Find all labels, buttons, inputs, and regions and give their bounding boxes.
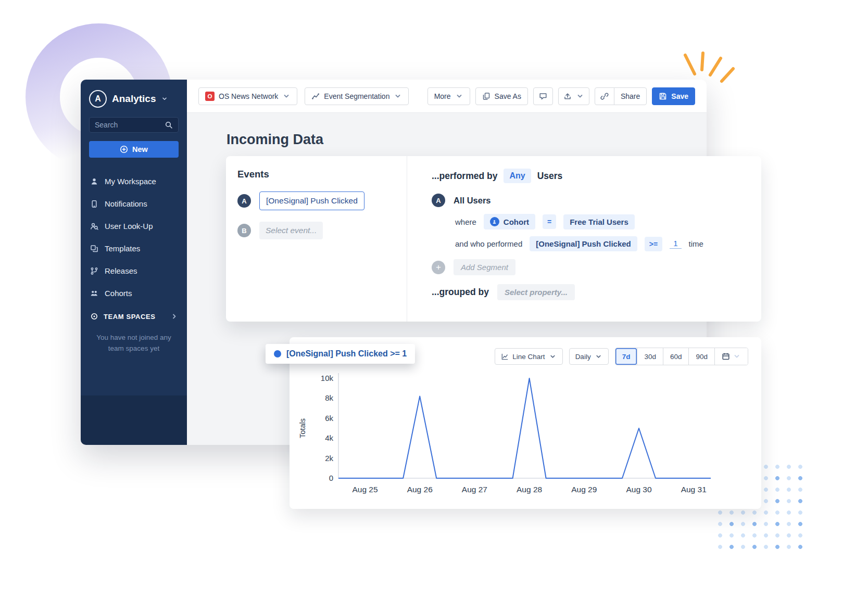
cohort-property-chip[interactable]: Cohort <box>484 214 535 229</box>
event-badge-a: A <box>237 194 251 208</box>
workspace-switcher[interactable]: A Analytics <box>89 90 179 108</box>
custom-date-range[interactable] <box>714 348 748 365</box>
project-selector[interactable]: O OS News Network <box>198 87 297 105</box>
segment-panel: ...performed by Any Users A All Users wh… <box>407 156 761 322</box>
chart-type-selector[interactable]: Line Chart <box>495 348 562 365</box>
chart-type-label: Line Chart <box>512 353 545 361</box>
add-segment-plus-icon[interactable]: + <box>432 261 445 274</box>
performed-by-label: ...performed by <box>432 171 497 182</box>
project-name: OS News Network <box>219 92 278 100</box>
export-icon <box>563 92 572 100</box>
chevron-down-icon <box>595 353 602 361</box>
sidebar-item-my-workspace[interactable]: My Workspace <box>89 170 179 193</box>
chart-legend[interactable]: [OneSignal] Push Clicked >= 1 <box>266 344 415 364</box>
menu-label: Cohorts <box>105 289 132 298</box>
users-label: Users <box>537 171 563 182</box>
segment-name: All Users <box>454 196 491 206</box>
more-button[interactable]: More <box>427 87 470 105</box>
any-selector[interactable]: Any <box>504 169 531 183</box>
query-builder-card: Events A [OneSignal] Push Clicked B Sele… <box>226 156 761 322</box>
event-row-b: B Select event... <box>237 222 395 239</box>
svg-text:2k: 2k <box>325 454 333 463</box>
sidebar-footer <box>81 395 187 445</box>
toolbar: O OS News Network Event Segmentation <box>187 80 707 113</box>
event-select-b[interactable]: Select event... <box>259 222 323 239</box>
report-content: Incoming Data <box>187 113 707 148</box>
save-as-button[interactable]: Save As <box>475 87 528 105</box>
toolbar-right: More Save As <box>427 87 695 105</box>
menu-label: Notifications <box>105 199 147 208</box>
where-label: where <box>455 218 476 226</box>
add-segment-row: + Add Segment <box>432 259 747 275</box>
performed-event-chip[interactable]: [OneSignal] Push Clicked <box>530 236 637 251</box>
chart-controls: Line Chart Daily 7d 30d 60d 90d <box>495 348 748 365</box>
sidebar-menu: My Workspace Notifications User Look-Up <box>89 170 179 304</box>
chevron-down-icon <box>161 95 168 103</box>
share-button[interactable]: Share <box>614 87 647 105</box>
more-label: More <box>434 92 451 100</box>
sidebar-search[interactable] <box>89 117 179 133</box>
svg-text:10k: 10k <box>321 374 334 382</box>
feedback-button[interactable] <box>533 87 553 105</box>
count-input[interactable]: 1 <box>670 239 681 249</box>
svg-text:6k: 6k <box>325 414 333 423</box>
segment-badge: A <box>432 194 445 207</box>
chevron-down-icon <box>576 92 584 100</box>
sidebar-item-notifications[interactable]: Notifications <box>89 193 179 215</box>
analytics-logo-icon: A <box>89 90 107 108</box>
event-row-a: A [OneSignal] Push Clicked <box>237 191 395 210</box>
range-90d[interactable]: 90d <box>688 348 714 365</box>
range-7d[interactable]: 7d <box>615 348 637 365</box>
series-color-dot <box>274 350 281 357</box>
workspace-icon <box>90 177 98 186</box>
sidebar-item-templates[interactable]: Templates <box>89 237 179 260</box>
calendar-icon <box>722 352 730 361</box>
share-group: Share <box>595 87 647 105</box>
save-button[interactable]: Save <box>652 87 695 105</box>
copy-link-button[interactable] <box>595 87 614 105</box>
menu-label: User Look-Up <box>105 222 153 231</box>
svg-text:Aug 31: Aug 31 <box>681 485 707 494</box>
templates-icon <box>90 245 98 253</box>
event-select-a[interactable]: [OneSignal] Push Clicked <box>259 191 364 210</box>
search-input[interactable] <box>95 121 160 129</box>
share-label: Share <box>621 92 640 100</box>
notifications-icon <box>90 200 98 208</box>
sidebar-item-cohorts[interactable]: Cohorts <box>89 282 179 304</box>
equals-operator-chip[interactable]: = <box>543 214 556 229</box>
add-segment-button[interactable]: Add Segment <box>454 259 515 275</box>
chevron-down-icon <box>549 353 557 361</box>
range-30d[interactable]: 30d <box>637 348 663 365</box>
report-type-selector[interactable]: Event Segmentation <box>305 87 409 105</box>
save-as-label: Save As <box>495 92 521 100</box>
user-lookup-icon <box>90 222 98 231</box>
line-chart: 02k4k6k8k10kTotalsAug 25Aug 26Aug 27Aug … <box>290 366 761 506</box>
sidebar-item-team-spaces[interactable]: TEAM SPACES <box>89 304 179 328</box>
copy-icon <box>482 92 490 100</box>
gte-operator-chip[interactable]: >= <box>645 237 662 251</box>
sidebar-item-releases[interactable]: Releases <box>89 260 179 282</box>
range-60d[interactable]: 60d <box>663 348 689 365</box>
cohort-person-icon <box>490 217 499 226</box>
interval-selector[interactable]: Daily <box>569 348 609 365</box>
performed-count-row: and who performed [OneSignal] Push Click… <box>455 236 747 251</box>
link-icon <box>600 92 609 100</box>
events-heading: Events <box>237 169 395 180</box>
save-label: Save <box>671 92 688 100</box>
group-property-selector[interactable]: Select property... <box>497 284 575 300</box>
export-button[interactable] <box>558 87 589 105</box>
cohort-value-chip[interactable]: Free Trial Users <box>563 214 635 229</box>
sidebar-item-user-look-up[interactable]: User Look-Up <box>89 215 179 237</box>
team-spaces-icon <box>90 312 98 321</box>
chevron-right-icon <box>170 312 179 321</box>
menu-label: My Workspace <box>105 177 156 186</box>
performed-by-row: ...performed by Any Users <box>432 169 747 183</box>
releases-icon <box>90 267 98 275</box>
team-spaces-empty-note: You have not joined any team spaces yet <box>89 333 179 354</box>
cohorts-icon <box>90 289 98 298</box>
menu-label: Templates <box>105 244 140 253</box>
svg-text:Aug 25: Aug 25 <box>352 485 378 494</box>
cohort-chip-label: Cohort <box>504 218 529 226</box>
new-button[interactable]: New <box>89 141 179 158</box>
brand-name: Analytics <box>112 93 156 105</box>
